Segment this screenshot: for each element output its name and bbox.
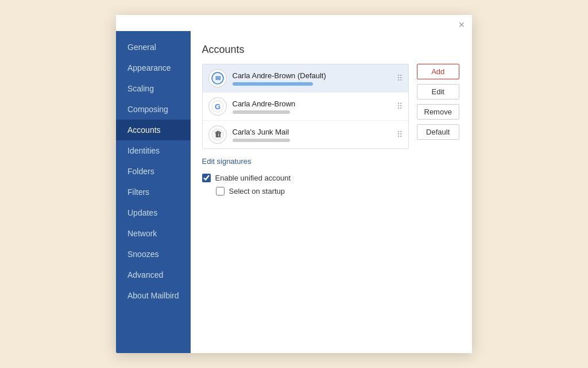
drag-handle-icon[interactable]: ⠿ — [397, 130, 403, 139]
sidebar-item-network[interactable]: Network — [116, 223, 191, 244]
svg-text:G: G — [214, 102, 220, 111]
sidebar-item-filters[interactable]: Filters — [116, 182, 191, 202]
account-progress-bar — [233, 139, 290, 142]
drag-handle-icon[interactable]: ⠿ — [397, 74, 403, 83]
account-info: Carla Andre-Brown (Default) — [233, 71, 392, 86]
edit-signatures-link[interactable]: Edit signatures — [202, 157, 252, 166]
account-name: Carla Andre-Brown — [233, 99, 392, 108]
account-name: Carla's Junk Mail — [233, 128, 392, 136]
window-body: GeneralAppearanceScalingComposingAccount… — [116, 31, 472, 353]
sidebar-item-updates[interactable]: Updates — [116, 202, 191, 223]
select-startup-row: Select on startup — [216, 187, 459, 195]
account-info: Carla Andre-Brown — [233, 99, 392, 114]
title-bar: ✕ — [116, 15, 472, 31]
sidebar-item-scaling[interactable]: Scaling — [116, 78, 191, 99]
sidebar-item-appearance[interactable]: Appearance — [116, 57, 191, 78]
account-row[interactable]: ✉Carla Andre-Brown (Default)⠿ — [203, 64, 408, 93]
sidebar-item-snoozes[interactable]: Snoozes — [116, 244, 191, 264]
edit-button[interactable]: Edit — [417, 84, 459, 99]
add-button[interactable]: Add — [417, 64, 459, 79]
sidebar-item-composing[interactable]: Composing — [116, 99, 191, 120]
content-area: Accounts ✉Carla Andre-Brown (Default)⠿GC… — [191, 31, 473, 353]
account-progress-bar — [233, 82, 313, 86]
remove-button[interactable]: Remove — [417, 104, 459, 120]
sidebar-item-advanced[interactable]: Advanced — [116, 264, 191, 285]
unified-account-checkbox[interactable] — [202, 174, 211, 182]
select-startup-label: Select on startup — [229, 187, 285, 195]
unified-account-label: Enable unified account — [215, 174, 291, 182]
settings-window: ✕ GeneralAppearanceScalingComposingAccou… — [116, 15, 472, 353]
account-row[interactable]: GCarla Andre-Brown⠿ — [203, 93, 408, 121]
svg-text:✉: ✉ — [215, 75, 220, 82]
sidebar-item-about[interactable]: About Mailbird — [116, 285, 191, 306]
accounts-list: ✉Carla Andre-Brown (Default)⠿GCarla Andr… — [202, 64, 409, 149]
account-icon: 🗑 — [208, 125, 227, 144]
svg-text:🗑: 🗑 — [214, 130, 221, 139]
accounts-main-row: ✉Carla Andre-Brown (Default)⠿GCarla Andr… — [202, 64, 459, 156]
default-button[interactable]: Default — [417, 124, 459, 140]
action-buttons: Add Edit Remove Default — [417, 64, 459, 140]
sidebar-item-folders[interactable]: Folders — [116, 161, 191, 182]
sidebar-item-accounts[interactable]: Accounts — [116, 120, 191, 140]
sidebar: GeneralAppearanceScalingComposingAccount… — [116, 31, 191, 353]
close-button[interactable]: ✕ — [456, 20, 467, 30]
unified-account-row: Enable unified account — [202, 174, 459, 182]
account-info: Carla's Junk Mail — [233, 128, 392, 142]
account-row[interactable]: 🗑Carla's Junk Mail⠿ — [203, 121, 408, 148]
account-name: Carla Andre-Brown (Default) — [233, 71, 392, 80]
account-icon: G — [208, 97, 227, 116]
account-icon: ✉ — [208, 69, 227, 87]
sidebar-item-general[interactable]: General — [116, 37, 191, 57]
page-title: Accounts — [202, 44, 459, 56]
select-startup-checkbox[interactable] — [216, 187, 225, 195]
drag-handle-icon[interactable]: ⠿ — [397, 102, 403, 111]
account-progress-bar — [233, 110, 290, 114]
sidebar-item-identities[interactable]: Identities — [116, 140, 191, 161]
